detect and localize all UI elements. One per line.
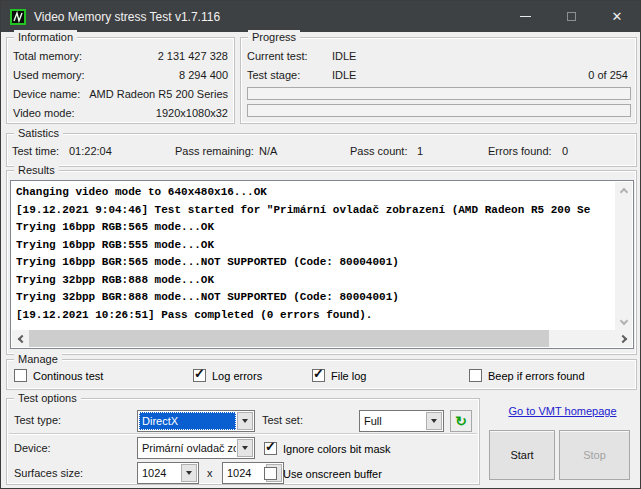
- minimize-button[interactable]: [502, 1, 548, 32]
- surface-width-dropdown-button[interactable]: [181, 464, 197, 482]
- results-log-text: Changing video mode to 640x480x16...OK […: [12, 182, 615, 330]
- log-line: [19.12.2021 10:26:51] Pass completed (0 …: [16, 307, 615, 325]
- refresh-button[interactable]: ↻: [450, 410, 472, 432]
- log-errors-checkbox[interactable]: ✓ Log errors: [193, 369, 262, 382]
- chevron-down-icon: [431, 419, 437, 423]
- progress-bar-stage: [247, 104, 631, 117]
- options-divider: [9, 433, 477, 434]
- checkbox-box: ✓: [264, 442, 277, 455]
- errors-found-label: Errors found:: [488, 145, 552, 157]
- device-name-label: Device name:: [13, 88, 80, 100]
- test-type-dropdown-button[interactable]: [237, 412, 253, 430]
- title-bar: Video Memory stress Test v1.7.116 ✕: [1, 1, 640, 32]
- information-group: Information Total memory: 2 131 427 328 …: [6, 37, 235, 124]
- total-memory-value: 2 131 427 328: [158, 50, 228, 62]
- surfaces-size-label: Surfaces size:: [14, 467, 83, 479]
- refresh-icon: ↻: [455, 413, 467, 429]
- scroll-left-button[interactable]: [12, 330, 29, 347]
- maximize-icon: [567, 12, 576, 21]
- app-window: Video Memory stress Test v1.7.116 ✕ Info…: [0, 0, 641, 489]
- checkbox-box: ✓: [193, 369, 206, 382]
- scroll-up-button[interactable]: [615, 182, 632, 199]
- log-line: Trying 32bpp RGB:888 mode...OK: [16, 272, 615, 290]
- close-button[interactable]: ✕: [594, 1, 640, 32]
- window-title: Video Memory stress Test v1.7.116: [34, 10, 220, 24]
- information-legend: Information: [14, 30, 77, 44]
- checkbox-box: [469, 369, 482, 382]
- surface-width-value: 1024: [139, 464, 180, 482]
- pass-remaining-value: N/A: [259, 145, 277, 157]
- maximize-button[interactable]: [548, 1, 594, 32]
- test-set-select[interactable]: Full: [359, 410, 444, 432]
- log-line: Trying 16bpp RGB:555 mode...OK: [16, 237, 615, 255]
- device-dropdown-button[interactable]: [237, 439, 253, 457]
- checkbox-box: ✓: [312, 369, 325, 382]
- used-memory-value: 8 294 400: [179, 69, 228, 81]
- test-type-select[interactable]: DirectX: [137, 410, 255, 432]
- manage-legend: Manage: [14, 352, 62, 366]
- checkbox-box: [264, 467, 277, 480]
- checkmark-icon: ✓: [265, 439, 276, 454]
- test-time-value: 01:22:04: [69, 145, 112, 157]
- chevron-down-icon: [186, 471, 192, 475]
- scroll-down-button[interactable]: [615, 313, 632, 330]
- device-label: Device:: [14, 442, 51, 454]
- log-line: Trying 32bpp BGR:888 mode...NOT SUPPORTE…: [16, 289, 615, 307]
- progress-legend: Progress: [248, 30, 300, 44]
- test-options-group: Test options Test type: DirectX Test set…: [6, 398, 480, 485]
- pass-count-value: 1: [417, 145, 423, 157]
- device-select[interactable]: Primární ovladač zob: [137, 437, 255, 459]
- device-value: Primární ovladač zob: [139, 439, 236, 457]
- test-time-label: Test time:: [12, 145, 59, 157]
- results-log[interactable]: Changing video mode to 640x480x16...OK […: [10, 180, 634, 349]
- surface-width-select[interactable]: 1024: [137, 462, 199, 484]
- chevron-down-icon: [619, 316, 627, 324]
- horizontal-scroll-thumb[interactable]: [29, 330, 549, 347]
- checkbox-label: Use onscreen buffer: [283, 468, 382, 480]
- chevron-up-icon: [619, 188, 627, 196]
- pass-remaining-label: Pass remaining:: [175, 145, 254, 157]
- log-line: Trying 16bpp BGR:565 mode...NOT SUPPORTE…: [16, 254, 615, 272]
- test-stage-value: IDLE: [332, 69, 356, 81]
- current-test-label: Current test:: [247, 50, 308, 62]
- surface-height-value: 1024: [224, 464, 265, 482]
- minimize-icon: [520, 16, 531, 17]
- file-log-checkbox[interactable]: ✓ File log: [312, 369, 366, 382]
- onscreen-buffer-checkbox[interactable]: Use onscreen buffer: [264, 467, 382, 480]
- stop-button: Stop: [559, 430, 630, 480]
- continuous-test-checkbox[interactable]: Continous test: [14, 369, 103, 382]
- statistics-group: Satistics Test time: 01:22:04 Pass remai…: [6, 133, 637, 167]
- video-mode-value: 1920x1080x32: [156, 107, 228, 119]
- test-set-dropdown-button[interactable]: [426, 412, 442, 430]
- test-type-label: Test type:: [14, 414, 61, 426]
- log-line: Trying 16bpp RGB:565 mode...OK: [16, 219, 615, 237]
- test-stage-label: Test stage:: [247, 69, 300, 81]
- start-button[interactable]: Start: [489, 430, 555, 480]
- homepage-link[interactable]: Go to VMT homepage: [488, 405, 637, 417]
- test-set-value: Full: [361, 412, 425, 430]
- current-test-value: IDLE: [332, 50, 356, 62]
- checkmark-icon: ✓: [313, 366, 324, 381]
- scroll-right-button[interactable]: [615, 330, 632, 347]
- checkbox-label: File log: [331, 370, 366, 382]
- chevron-down-icon: [242, 419, 248, 423]
- checkbox-label: Ignore colors bit mask: [283, 443, 391, 455]
- log-line: [19.12.2021 9:04:46] Test started for "P…: [16, 202, 615, 220]
- app-icon: [10, 9, 26, 25]
- device-name-value: AMD Radeon R5 200 Series: [89, 88, 228, 100]
- log-line: Changing video mode to 640x480x16...OK: [16, 184, 615, 202]
- total-memory-label: Total memory:: [13, 50, 82, 62]
- chevron-left-icon: [18, 334, 26, 342]
- stage-counter: 0 of 254: [588, 69, 628, 81]
- vertical-scrollbar[interactable]: [615, 182, 632, 330]
- progress-group: Progress Current test: IDLE Test stage: …: [240, 37, 637, 124]
- ignore-colors-checkbox[interactable]: ✓ Ignore colors bit mask: [264, 442, 391, 455]
- horizontal-scrollbar[interactable]: [12, 330, 632, 347]
- test-set-label: Test set:: [262, 414, 303, 426]
- progress-bar-current: [247, 87, 631, 100]
- checkbox-label: Continous test: [33, 370, 103, 382]
- checkbox-label: Beep if errors found: [488, 370, 585, 382]
- beep-checkbox[interactable]: Beep if errors found: [469, 369, 585, 382]
- manage-group: Manage Continous test ✓ Log errors ✓ Fil…: [6, 359, 637, 390]
- close-icon: ✕: [612, 10, 623, 23]
